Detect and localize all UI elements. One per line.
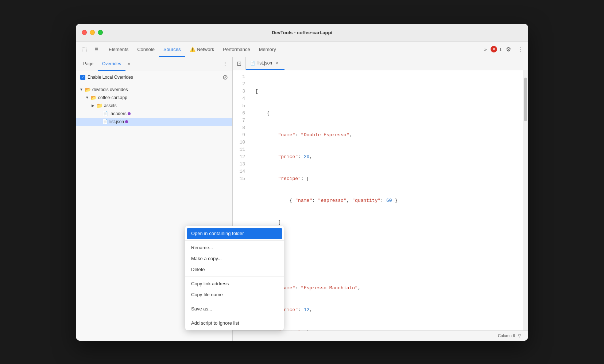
code-line-8: }, (255, 241, 519, 248)
context-delete[interactable]: Delete (185, 264, 284, 275)
line-num-8: 8 (233, 124, 248, 132)
editor-panel-toggle[interactable]: ⊡ (233, 57, 246, 70)
scrollbar-thumb[interactable] (524, 78, 527, 121)
panel-tab-actions: ⋮ (221, 59, 229, 68)
status-bar: Column 6 ▽ (233, 330, 528, 341)
line-num-9: 9 (233, 132, 248, 139)
line-num-6: 6 (233, 110, 248, 117)
inspect-element-icon[interactable]: ⬚ (79, 44, 89, 54)
tab-close-icon[interactable]: × (274, 60, 280, 66)
enable-overrides-label[interactable]: ✓ Enable Local Overrides (80, 75, 133, 80)
context-open-folder[interactable]: Open in containing folder (187, 228, 282, 239)
file-icon-tab: 📄 (250, 61, 255, 66)
devtools-window: DevTools - coffee-cart.app/ ⬚ 🖥 Elements… (76, 24, 528, 341)
overrides-header: ✓ Enable Local Overrides ⊘ (76, 71, 232, 84)
line-num-11: 11 (233, 146, 248, 153)
device-toggle-icon[interactable]: 🖥 (91, 44, 101, 54)
tree-item-devtools-overrides[interactable]: ▼ 📂 devtools overrides (76, 86, 232, 94)
error-count-badge: ✕ (491, 46, 497, 52)
override-dot-list-json (125, 120, 128, 123)
tab-elements[interactable]: Elements (104, 42, 133, 57)
editor-scrollbar[interactable] (523, 70, 528, 330)
code-line-11: "price": 12, (255, 306, 519, 314)
line-num-3: 3 (233, 88, 248, 95)
code-line-3: "name": "Double Espresso", (255, 132, 519, 139)
tree-item-assets[interactable]: ▶ 📁 assets (76, 102, 232, 110)
tree-arrow-coffee-cart: ▼ (85, 95, 90, 100)
context-divider-2 (185, 277, 284, 277)
tab-network[interactable]: ⚠️ Network (185, 42, 219, 57)
context-copy[interactable]: Make a copy... (185, 253, 284, 264)
line-num-1: 1 (233, 73, 248, 81)
context-menu: Open in containing folder Rename... Make… (185, 226, 284, 330)
panel-tabs-more[interactable]: » (125, 61, 132, 66)
close-button[interactable] (82, 30, 87, 35)
title-bar: DevTools - coffee-cart.app/ (76, 24, 528, 42)
editor-tabs: ⊡ 📄 list.json × (233, 57, 528, 70)
devtools-toolbar-icons: ⬚ 🖥 (79, 44, 101, 54)
line-num-5: 5 (233, 102, 248, 110)
line-num-2: 2 (233, 81, 248, 88)
close-x-icon: ✕ (492, 47, 495, 51)
tree-item-list-json[interactable]: ▶ 📄 list.json (76, 118, 232, 126)
error-count-label: 1 (499, 47, 502, 52)
code-line-10: "name": "Espresso Macchiato", (255, 285, 519, 292)
minimize-button[interactable] (90, 30, 95, 35)
tree-arrow-devtools-overrides: ▼ (79, 87, 84, 92)
tab-overrides[interactable]: Overrides (98, 57, 125, 71)
context-rename[interactable]: Rename... (185, 242, 284, 253)
window-title: DevTools - coffee-cart.app/ (272, 30, 332, 35)
line-num-4: 4 (233, 95, 248, 102)
context-copy-link[interactable]: Copy link address (185, 278, 284, 289)
override-dot-headers (128, 112, 131, 115)
code-line-4: "price": 20, (255, 153, 519, 161)
code-line-7: ] (255, 219, 519, 226)
tree-arrow-assets: ▶ (90, 103, 96, 108)
line-num-12: 12 (233, 153, 248, 161)
status-info-icon[interactable]: ▽ (515, 331, 524, 340)
context-divider-4 (185, 316, 284, 316)
more-options-icon[interactable]: ⋮ (515, 44, 525, 54)
folder-open-coffee-icon: 📂 (90, 95, 97, 101)
main-area: Page Overrides » ⋮ ✓ Enable Local Overri… (76, 57, 528, 341)
editor-tab-list-json[interactable]: 📄 list.json × (246, 57, 284, 70)
context-divider-1 (185, 240, 284, 241)
tab-memory[interactable]: Memory (255, 42, 280, 57)
code-line-9: { (255, 263, 519, 270)
line-num-10: 10 (233, 139, 248, 146)
line-num-15: 15 (233, 175, 248, 183)
tab-performance[interactable]: Performance (218, 42, 254, 57)
line-num-7: 7 (233, 117, 248, 124)
tab-sources[interactable]: Sources (159, 42, 185, 57)
code-line-1: [ (255, 88, 519, 95)
settings-icon[interactable]: ⚙ (503, 44, 514, 54)
tab-bar-right: » ✕ 1 ⚙ ⋮ (482, 44, 525, 54)
folder-assets-icon: 📁 (96, 103, 102, 109)
folder-open-icon: 📂 (85, 87, 91, 93)
code-content[interactable]: [ { "name": "Double Espresso", "price": … (251, 70, 523, 330)
tab-page[interactable]: Page (79, 57, 98, 71)
line-num-13: 13 (233, 161, 248, 168)
enable-overrides-checkbox[interactable]: ✓ (80, 75, 85, 80)
clear-overrides-icon[interactable]: ⊘ (222, 73, 228, 81)
context-copy-name[interactable]: Copy file name (185, 289, 284, 300)
traffic-lights (82, 30, 103, 35)
code-line-2: { (255, 110, 519, 117)
line-num-14: 14 (233, 168, 248, 175)
code-line-6: { "name": "espresso", "quantity": 60 } (255, 197, 519, 204)
file-list-json-icon: 📄 (102, 119, 108, 124)
tree-item-headers[interactable]: ▶ 📄 .headers (76, 110, 232, 118)
context-save-as[interactable]: Save as... (185, 304, 284, 314)
context-ignore[interactable]: Add script to ignore list (185, 318, 284, 329)
file-headers-icon: 📄 (102, 111, 108, 116)
tab-bar: ⬚ 🖥 Elements Console Sources ⚠️ Network … (76, 42, 528, 57)
panel-more-actions-icon[interactable]: ⋮ (221, 59, 229, 68)
tree-item-coffee-cart[interactable]: ▼ 📂 coffee-cart.app (76, 94, 232, 102)
network-warning-icon: ⚠️ (190, 47, 195, 52)
tab-console[interactable]: Console (133, 42, 159, 57)
code-line-5: "recipe": [ (255, 175, 519, 183)
panel-tabs: Page Overrides » ⋮ (76, 57, 232, 71)
context-divider-3 (185, 302, 284, 302)
maximize-button[interactable] (98, 30, 103, 35)
more-tabs-button[interactable]: » (482, 47, 489, 52)
